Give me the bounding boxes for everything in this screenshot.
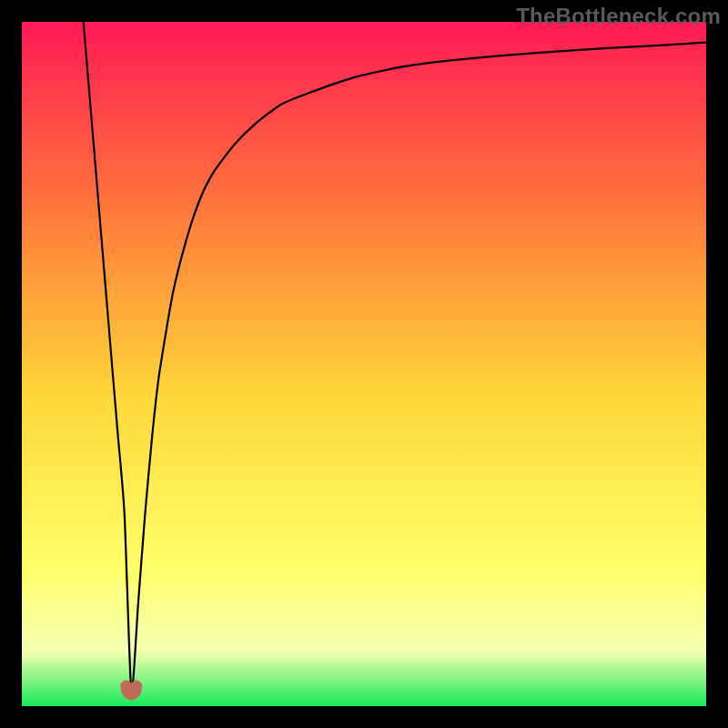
chart-container: TheBottleneck.com: [0, 0, 728, 728]
gradient-background: [22, 22, 706, 706]
plot-area: [22, 22, 706, 706]
chart-svg: [22, 22, 706, 706]
